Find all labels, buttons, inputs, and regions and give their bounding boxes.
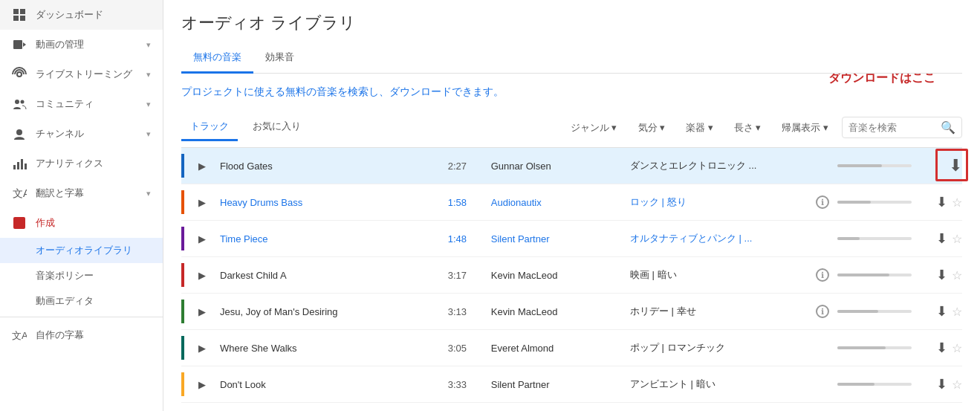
sidebar-item-community-label: コミュニティ	[36, 97, 137, 111]
sidebar-item-video-management[interactable]: 動画の管理 ▾	[0, 30, 163, 59]
svg-rect-12	[21, 159, 23, 169]
sidebar-item-create-label: 作成	[36, 216, 151, 230]
chevron-down-icon: ▾	[146, 40, 151, 50]
sidebar-item-analytics-label: アナリティクス	[36, 157, 151, 170]
video-icon	[12, 37, 27, 52]
play-button[interactable]: ▶	[193, 157, 211, 175]
sidebar-item-channel[interactable]: チャンネル ▾	[0, 119, 163, 149]
sidebar-item-subtitles[interactable]: 文A 自作の字幕	[0, 320, 163, 350]
info-icon[interactable]: ℹ	[816, 268, 829, 282]
download-button[interactable]: ⬇	[936, 376, 947, 392]
table-row: ▶ Don't Look 3:33 Silent Partner アンビエント …	[181, 366, 962, 403]
filter-genre[interactable]: ジャンル ▾	[563, 117, 625, 139]
filter-attribution[interactable]: 帰属表示 ▾	[774, 117, 836, 139]
svg-rect-4	[13, 40, 22, 49]
sidebar-item-analytics[interactable]: アナリティクス	[0, 149, 163, 178]
track-artist: Gunnar Olsen	[491, 161, 624, 172]
sidebar-sub-create: オーディオライブラリ 音楽ポリシー 動画エディタ	[0, 238, 163, 314]
sidebar-item-community[interactable]: コミュニティ ▾	[0, 89, 163, 119]
sidebar: ダッシュボード 動画の管理 ▾ ライブストリーミング ▾ コミュニティ ▾ チャ…	[0, 0, 163, 411]
toolbar-tab-favorites[interactable]: お気に入り	[244, 114, 310, 141]
sidebar-item-channel-label: チャンネル	[36, 127, 137, 140]
download-button[interactable]: ⬇	[949, 156, 962, 175]
translate-icon: 文A	[12, 186, 27, 201]
track-genre-link[interactable]: オルタナティブとパンク | ...	[630, 233, 752, 244]
play-button[interactable]: ▶	[193, 266, 211, 284]
download-button[interactable]: ⬇	[936, 267, 947, 283]
track-genre: ダンスとエレクトロニック ...	[630, 159, 808, 172]
table-row: ▶ Jesu, Joy of Man's Desiring 3:13 Kevin…	[181, 294, 962, 330]
track-indicator	[181, 154, 184, 178]
play-button[interactable]: ▶	[193, 302, 211, 320]
play-button[interactable]: ▶	[193, 230, 211, 247]
track-list: ▶ Flood Gates 2:27 Gunnar Olsen ダンスとエレクト…	[181, 148, 962, 403]
play-button[interactable]: ▶	[193, 193, 211, 211]
subtitles-icon: 文A	[12, 328, 27, 343]
search-input[interactable]	[848, 122, 938, 133]
sidebar-item-dashboard-label: ダッシュボード	[36, 8, 151, 22]
svg-text:文A: 文A	[13, 187, 27, 199]
track-title-link[interactable]: Time Piece	[220, 233, 268, 245]
svg-marker-5	[23, 42, 26, 47]
favorite-button[interactable]: ☆	[952, 195, 962, 210]
track-indicator	[181, 336, 184, 360]
track-title-link[interactable]: Heavy Drums Bass	[220, 197, 302, 208]
tab-sound-effects[interactable]: 効果音	[253, 43, 306, 74]
favorite-button[interactable]: ☆	[952, 305, 962, 319]
sidebar-item-live-streaming[interactable]: ライブストリーミング ▾	[0, 59, 163, 89]
live-icon	[12, 67, 27, 82]
sidebar-divider	[0, 317, 163, 317]
sidebar-item-video-management-label: 動画の管理	[36, 38, 137, 51]
sidebar-item-live-label: ライブストリーミング	[36, 68, 137, 81]
svg-rect-10	[13, 165, 16, 169]
filter-length[interactable]: 長さ ▾	[727, 117, 769, 139]
download-button[interactable]: ⬇	[936, 340, 947, 356]
filter-instrument[interactable]: 楽器 ▾	[678, 117, 721, 139]
tab-free-music[interactable]: 無料の音楽	[181, 43, 253, 74]
chevron-down-icon-5: ▾	[146, 189, 151, 198]
table-row: ▶ Time Piece 1:48 Silent Partner オルタナティブ…	[181, 221, 962, 257]
favorite-button[interactable]: ☆	[952, 232, 962, 246]
main-content: オーディオ ライブラリ 無料の音楽 効果音 プロジェクトに使える無料の音楽を検索…	[163, 0, 980, 411]
play-button[interactable]: ▶	[193, 339, 211, 357]
table-row: ▶ Darkest Child A 3:17 Kevin MacLeod 映画 …	[181, 257, 962, 294]
favorite-button[interactable]: ☆	[952, 341, 962, 355]
sidebar-item-video-editor[interactable]: 動画エディタ	[0, 288, 163, 314]
track-artist-link[interactable]: Silent Partner	[491, 233, 550, 245]
filter-mood[interactable]: 気分 ▾	[631, 117, 673, 139]
table-row: ▶ Heavy Drums Bass 1:58 Audionautix ロック …	[181, 184, 962, 221]
chevron-down-icon-2: ▾	[146, 70, 151, 80]
svg-rect-15	[13, 217, 25, 229]
play-button[interactable]: ▶	[193, 375, 211, 393]
toolbar: トラック お気に入り ジャンル ▾ 気分 ▾ 楽器 ▾ 長さ ▾ 帰属表示 ▾ …	[181, 108, 962, 148]
page-description: プロジェクトに使える無料の音楽を検索し、ダウンロードできます。	[181, 74, 962, 108]
sidebar-item-audio-library[interactable]: オーディオライブラリ	[0, 238, 163, 263]
chevron-down-icon-3: ▾	[146, 100, 151, 109]
favorite-button[interactable]: ☆	[952, 378, 962, 392]
svg-point-6	[17, 72, 22, 77]
download-button[interactable]: ⬇	[936, 194, 947, 210]
sidebar-item-dashboard[interactable]: ダッシュボード	[0, 0, 163, 30]
grid-icon	[12, 7, 27, 22]
sidebar-item-subtitles-label: 自作の字幕	[36, 329, 151, 342]
download-button[interactable]: ⬇	[936, 303, 947, 320]
sidebar-item-music-policy[interactable]: 音楽ポリシー	[0, 263, 163, 288]
track-indicator	[181, 227, 184, 250]
svg-rect-3	[20, 16, 25, 21]
info-icon[interactable]: ℹ	[816, 305, 829, 318]
svg-rect-11	[17, 162, 19, 169]
download-button[interactable]: ⬇	[936, 230, 947, 247]
search-box: 🔍	[842, 117, 962, 138]
favorite-button[interactable]: ☆	[952, 268, 962, 282]
info-icon[interactable]: ℹ	[816, 195, 829, 209]
track-title: Flood Gates	[220, 161, 442, 172]
track-duration: 2:27	[448, 161, 485, 172]
sidebar-item-translation[interactable]: 文A 翻訳と字幕 ▾	[0, 178, 163, 208]
col-bar	[837, 164, 912, 167]
track-genre-link[interactable]: ロック | 怒り	[630, 196, 687, 207]
page-tabs: 無料の音楽 効果音	[181, 43, 962, 74]
track-artist-link[interactable]: Audionautix	[491, 197, 542, 208]
sidebar-item-create[interactable]: 作成	[0, 208, 163, 238]
toolbar-tab-tracks[interactable]: トラック	[181, 114, 238, 141]
analytics-icon	[12, 156, 27, 171]
